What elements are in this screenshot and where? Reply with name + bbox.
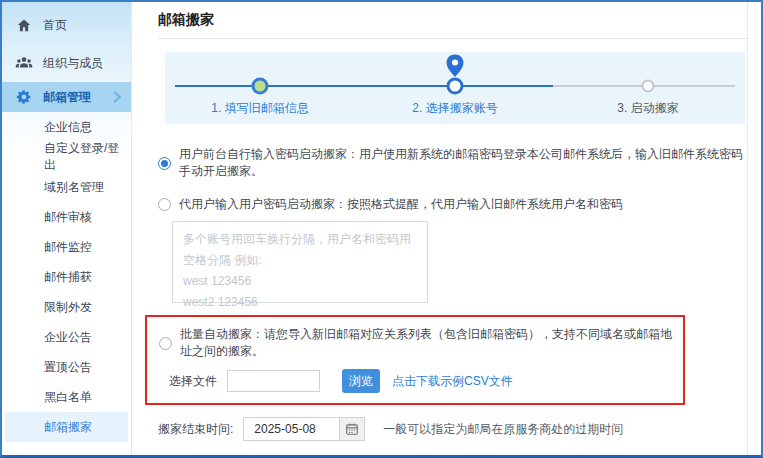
end-time-label: 搬家结束时间: — [158, 421, 233, 438]
home-icon — [15, 17, 33, 33]
step-3-dot — [642, 80, 655, 93]
migration-stepper: 1. 填写旧邮箱信息 2. 选择搬家账号 3. 启动搬家 — [165, 52, 745, 124]
sidebar-item-mailbox-management[interactable]: 邮箱管理 — [2, 82, 131, 112]
option-self-service-migration[interactable]: 用户前台自行输入密码启动搬家：用户使用新系统的邮箱密码登录本公司邮件系统后，输入… — [158, 146, 747, 180]
location-pin-icon — [444, 54, 466, 81]
title-divider — [158, 38, 747, 39]
end-time-row: 搬家结束时间: 2025-05-08 一般可以指定为邮局在原服务商处的过期时间 — [158, 417, 747, 441]
step-1-dot — [252, 78, 269, 95]
radio-unselected-icon[interactable] — [159, 337, 172, 350]
option-batch-text: 批量自动搬家：请您导入新旧邮箱对应关系列表（包含旧邮箱密码），支持不同域名或邮箱… — [180, 326, 673, 360]
radio-selected-icon[interactable] — [158, 157, 171, 170]
option-proxy-text: 代用户输入用户密码启动搬家：按照格式提醒，代用户输入旧邮件系统用户名和密码 — [179, 196, 623, 213]
sidebar-item-mail-monitor[interactable]: 邮件监控 — [2, 232, 131, 262]
sidebar-item-mail-review[interactable]: 邮件审核 — [2, 202, 131, 232]
download-sample-csv-link[interactable]: 点击下载示例CSV文件 — [392, 373, 513, 390]
file-picker-label: 选择文件 — [169, 373, 217, 390]
chevron-right-icon — [111, 90, 123, 104]
sidebar-item-label: 首页 — [43, 17, 67, 34]
step-2-label: 2. 选择搬家账号 — [412, 100, 497, 117]
stepper-track-completed — [175, 85, 553, 87]
sidebar-item-domain-alias[interactable]: 域别名管理 — [2, 172, 131, 202]
sidebar-item-enterprise-info[interactable]: 企业信息 — [2, 112, 131, 142]
admin-console-window: 首页 组织与成员 邮箱管理 企业信息 自定义登录/登出 域别名管理 邮件审核 邮… — [0, 0, 763, 458]
accounts-placeholder-line: west2 123456 — [183, 292, 417, 313]
radio-unselected-icon[interactable] — [158, 198, 171, 211]
end-time-value[interactable]: 2025-05-08 — [244, 418, 339, 440]
file-path-input[interactable] — [227, 370, 320, 392]
sidebar-item-home[interactable]: 首页 — [2, 6, 131, 44]
main-content: 邮箱搬家 1. 填写旧邮箱信息 2. 选择搬家账号 3. 启动搬家 用户前台自行… — [132, 2, 761, 455]
page-title: 邮箱搬家 — [158, 11, 747, 29]
sidebar-item-label: 邮箱管理 — [43, 89, 91, 106]
accounts-textarea[interactable]: 多个账号用回车换行分隔，用户名和密码用空格分隔 例如: west 123456 … — [172, 221, 428, 303]
calendar-icon[interactable] — [339, 418, 364, 440]
file-picker-row: 选择文件 浏览 点击下载示例CSV文件 — [169, 369, 673, 393]
step-3-label: 3. 启动搬家 — [617, 100, 678, 117]
option-batch-auto-migration[interactable]: 批量自动搬家：请您导入新旧邮箱对应关系列表（包含旧邮箱密码），支持不同域名或邮箱… — [159, 326, 673, 360]
users-icon — [15, 55, 33, 71]
sidebar-item-mailbox-migration[interactable]: 邮箱搬家 — [5, 412, 128, 442]
sidebar-item-pinned-announcement[interactable]: 置顶公告 — [2, 352, 131, 382]
gear-icon — [15, 89, 33, 105]
sidebar-item-black-white-list[interactable]: 黑白名单 — [2, 382, 131, 412]
sidebar-item-custom-login-logout[interactable]: 自定义登录/登出 — [2, 142, 131, 172]
accounts-placeholder-line: 多个账号用回车换行分隔，用户名和密码用空格分隔 例如: — [183, 229, 417, 271]
sidebar-item-mail-capture[interactable]: 邮件捕获 — [2, 262, 131, 292]
batch-migration-highlight-box: 批量自动搬家：请您导入新旧邮箱对应关系列表（包含旧邮箱密码），支持不同域名或邮箱… — [145, 315, 685, 405]
sidebar-item-outgoing-limit[interactable]: 限制外发 — [2, 292, 131, 322]
sidebar-item-org-members[interactable]: 组织与成员 — [2, 44, 131, 82]
content-right-divider — [747, 2, 748, 455]
option-self-service-text: 用户前台自行输入密码启动搬家：用户使用新系统的邮箱密码登录本公司邮件系统后，输入… — [179, 146, 747, 180]
sidebar-item-label: 组织与成员 — [43, 55, 103, 72]
end-time-hint: 一般可以指定为邮局在原服务商处的过期时间 — [383, 421, 623, 438]
accounts-placeholder-line: west 123456 — [183, 271, 417, 292]
end-time-input[interactable]: 2025-05-08 — [243, 417, 365, 441]
sidebar-nav: 首页 组织与成员 邮箱管理 企业信息 自定义登录/登出 域别名管理 邮件审核 邮… — [2, 2, 132, 455]
step-1-label: 1. 填写旧邮箱信息 — [211, 100, 308, 117]
browse-button[interactable]: 浏览 — [342, 369, 380, 393]
option-proxy-password-migration[interactable]: 代用户输入用户密码启动搬家：按照格式提醒，代用户输入旧邮件系统用户名和密码 — [158, 196, 747, 213]
sidebar-item-company-announcement[interactable]: 企业公告 — [2, 322, 131, 352]
